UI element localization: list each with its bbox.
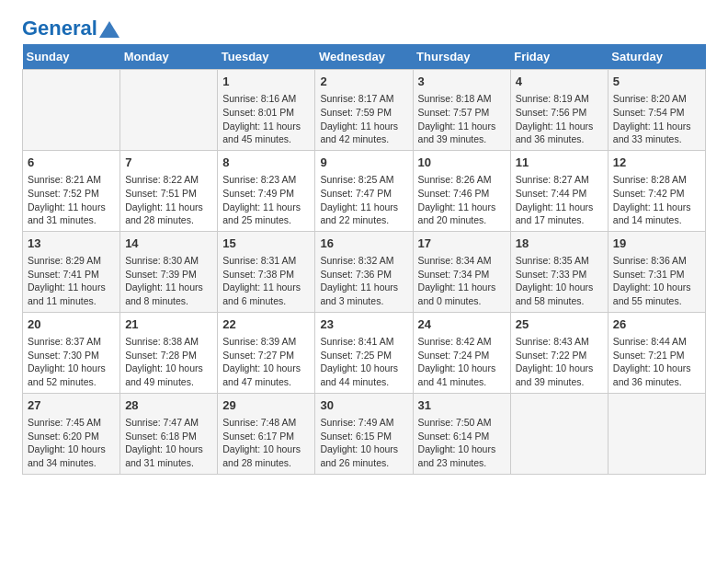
day-info: Sunrise: 8:22 AM Sunset: 7:51 PM Dayligh… [125, 173, 212, 227]
day-number: 4 [516, 74, 603, 90]
logo-icon [99, 21, 119, 38]
day-number: 18 [516, 236, 603, 252]
day-info: Sunrise: 8:18 AM Sunset: 7:57 PM Dayligh… [418, 92, 506, 146]
day-info: Sunrise: 7:48 AM Sunset: 6:17 PM Dayligh… [222, 416, 310, 470]
day-number: 6 [28, 155, 115, 171]
calendar-cell: 17Sunrise: 8:34 AM Sunset: 7:34 PM Dayli… [413, 231, 510, 312]
calendar-cell: 30Sunrise: 7:49 AM Sunset: 6:15 PM Dayli… [315, 393, 413, 474]
day-info: Sunrise: 8:19 AM Sunset: 7:56 PM Dayligh… [516, 92, 603, 146]
calendar-cell: 26Sunrise: 8:44 AM Sunset: 7:21 PM Dayli… [608, 312, 705, 393]
calendar-cell: 27Sunrise: 7:45 AM Sunset: 6:20 PM Dayli… [23, 393, 120, 474]
day-number: 23 [320, 316, 407, 333]
calendar-cell: 18Sunrise: 8:35 AM Sunset: 7:33 PM Dayli… [510, 231, 608, 312]
calendar-cell: 11Sunrise: 8:27 AM Sunset: 7:44 PM Dayli… [510, 150, 608, 231]
day-number: 9 [320, 155, 407, 171]
day-info: Sunrise: 8:20 AM Sunset: 7:54 PM Dayligh… [613, 92, 700, 146]
calendar-cell: 29Sunrise: 7:48 AM Sunset: 6:17 PM Dayli… [218, 393, 315, 474]
calendar-cell: 31Sunrise: 7:50 AM Sunset: 6:14 PM Dayli… [413, 393, 510, 474]
day-number: 29 [222, 397, 310, 414]
day-info: Sunrise: 8:27 AM Sunset: 7:44 PM Dayligh… [516, 173, 603, 227]
svg-marker-0 [99, 21, 119, 38]
day-number: 30 [320, 397, 407, 414]
weekday-header-monday: Monday [120, 44, 218, 70]
calendar-cell: 10Sunrise: 8:26 AM Sunset: 7:46 PM Dayli… [413, 150, 510, 231]
calendar-week-3: 13Sunrise: 8:29 AM Sunset: 7:41 PM Dayli… [23, 231, 706, 312]
day-info: Sunrise: 7:45 AM Sunset: 6:20 PM Dayligh… [28, 416, 115, 470]
day-info: Sunrise: 8:32 AM Sunset: 7:36 PM Dayligh… [320, 254, 407, 308]
weekday-header-thursday: Thursday [413, 44, 510, 70]
day-number: 17 [418, 236, 506, 252]
day-info: Sunrise: 8:38 AM Sunset: 7:28 PM Dayligh… [125, 335, 212, 389]
day-number: 15 [222, 236, 310, 252]
day-number: 12 [613, 155, 700, 171]
day-number: 7 [125, 155, 212, 171]
day-number: 20 [28, 316, 115, 333]
day-number: 13 [28, 236, 115, 252]
calendar-cell: 24Sunrise: 8:42 AM Sunset: 7:24 PM Dayli… [413, 312, 510, 393]
calendar-cell: 2Sunrise: 8:17 AM Sunset: 7:59 PM Daylig… [315, 70, 413, 151]
calendar-cell: 25Sunrise: 8:43 AM Sunset: 7:22 PM Dayli… [510, 312, 608, 393]
calendar-cell [23, 70, 120, 151]
day-number: 16 [320, 236, 407, 252]
day-info: Sunrise: 8:42 AM Sunset: 7:24 PM Dayligh… [418, 335, 506, 389]
day-info: Sunrise: 8:37 AM Sunset: 7:30 PM Dayligh… [28, 335, 115, 389]
day-info: Sunrise: 8:17 AM Sunset: 7:59 PM Dayligh… [320, 92, 407, 146]
day-info: Sunrise: 8:28 AM Sunset: 7:42 PM Dayligh… [613, 173, 700, 227]
day-info: Sunrise: 8:30 AM Sunset: 7:39 PM Dayligh… [125, 254, 212, 308]
day-number: 1 [222, 74, 310, 90]
day-number: 3 [418, 74, 506, 90]
logo-text: General [22, 18, 97, 39]
calendar-cell: 6Sunrise: 8:21 AM Sunset: 7:52 PM Daylig… [23, 150, 120, 231]
day-number: 11 [516, 155, 603, 171]
calendar-cell: 15Sunrise: 8:31 AM Sunset: 7:38 PM Dayli… [218, 231, 315, 312]
day-info: Sunrise: 8:21 AM Sunset: 7:52 PM Dayligh… [28, 173, 115, 227]
weekday-header-friday: Friday [510, 44, 608, 70]
day-number: 14 [125, 236, 212, 252]
day-number: 31 [418, 397, 506, 414]
day-info: Sunrise: 7:47 AM Sunset: 6:18 PM Dayligh… [125, 416, 212, 470]
calendar-cell: 19Sunrise: 8:36 AM Sunset: 7:31 PM Dayli… [608, 231, 705, 312]
calendar-cell: 13Sunrise: 8:29 AM Sunset: 7:41 PM Dayli… [23, 231, 120, 312]
day-number: 2 [320, 74, 407, 90]
day-number: 5 [613, 74, 700, 90]
day-info: Sunrise: 8:25 AM Sunset: 7:47 PM Dayligh… [320, 173, 407, 227]
day-info: Sunrise: 8:36 AM Sunset: 7:31 PM Dayligh… [613, 254, 700, 308]
calendar-cell: 5Sunrise: 8:20 AM Sunset: 7:54 PM Daylig… [608, 70, 705, 151]
day-number: 24 [418, 316, 506, 333]
calendar-cell [510, 393, 608, 474]
calendar-cell: 12Sunrise: 8:28 AM Sunset: 7:42 PM Dayli… [608, 150, 705, 231]
calendar-cell: 7Sunrise: 8:22 AM Sunset: 7:51 PM Daylig… [120, 150, 218, 231]
calendar-cell: 1Sunrise: 8:16 AM Sunset: 8:01 PM Daylig… [218, 70, 315, 151]
calendar-cell: 28Sunrise: 7:47 AM Sunset: 6:18 PM Dayli… [120, 393, 218, 474]
day-number: 22 [222, 316, 310, 333]
day-info: Sunrise: 8:16 AM Sunset: 8:01 PM Dayligh… [222, 92, 310, 146]
day-info: Sunrise: 7:50 AM Sunset: 6:14 PM Dayligh… [418, 416, 506, 470]
weekday-header-wednesday: Wednesday [315, 44, 413, 70]
calendar-table: SundayMondayTuesdayWednesdayThursdayFrid… [22, 44, 706, 475]
day-number: 25 [516, 316, 603, 333]
calendar-week-1: 1Sunrise: 8:16 AM Sunset: 8:01 PM Daylig… [23, 70, 706, 151]
calendar-cell: 20Sunrise: 8:37 AM Sunset: 7:30 PM Dayli… [23, 312, 120, 393]
calendar-cell [120, 70, 218, 151]
calendar-cell [608, 393, 705, 474]
page-header: General [22, 18, 706, 35]
day-number: 27 [28, 397, 115, 414]
day-info: Sunrise: 8:31 AM Sunset: 7:38 PM Dayligh… [222, 254, 310, 308]
day-info: Sunrise: 8:23 AM Sunset: 7:49 PM Dayligh… [222, 173, 310, 227]
weekday-header-saturday: Saturday [608, 44, 705, 70]
weekday-header-tuesday: Tuesday [218, 44, 315, 70]
day-number: 28 [125, 397, 212, 414]
day-number: 19 [613, 236, 700, 252]
day-number: 26 [613, 316, 700, 333]
calendar-week-5: 27Sunrise: 7:45 AM Sunset: 6:20 PM Dayli… [23, 393, 706, 474]
day-info: Sunrise: 8:43 AM Sunset: 7:22 PM Dayligh… [516, 335, 603, 389]
calendar-cell: 14Sunrise: 8:30 AM Sunset: 7:39 PM Dayli… [120, 231, 218, 312]
calendar-week-2: 6Sunrise: 8:21 AM Sunset: 7:52 PM Daylig… [23, 150, 706, 231]
calendar-cell: 23Sunrise: 8:41 AM Sunset: 7:25 PM Dayli… [315, 312, 413, 393]
day-info: Sunrise: 8:29 AM Sunset: 7:41 PM Dayligh… [28, 254, 115, 308]
day-info: Sunrise: 8:44 AM Sunset: 7:21 PM Dayligh… [613, 335, 700, 389]
day-info: Sunrise: 8:26 AM Sunset: 7:46 PM Dayligh… [418, 173, 506, 227]
day-number: 8 [222, 155, 310, 171]
calendar-week-4: 20Sunrise: 8:37 AM Sunset: 7:30 PM Dayli… [23, 312, 706, 393]
calendar-cell: 21Sunrise: 8:38 AM Sunset: 7:28 PM Dayli… [120, 312, 218, 393]
